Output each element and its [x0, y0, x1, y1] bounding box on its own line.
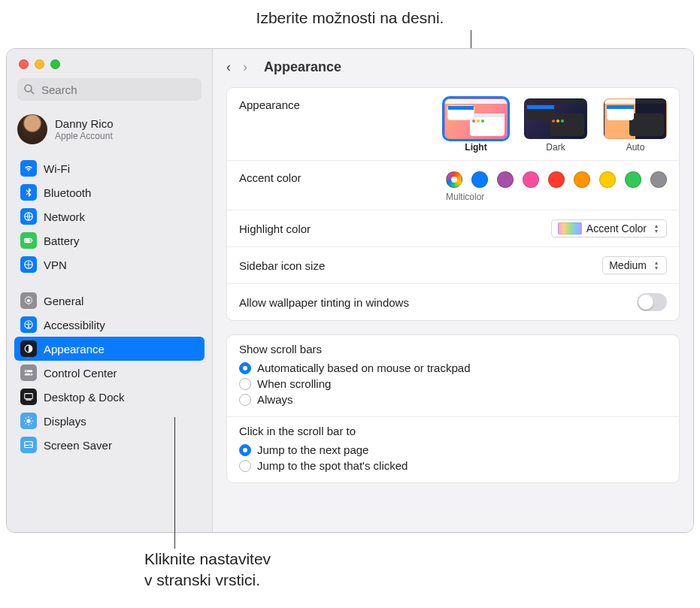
- sidebar-item-appearance[interactable]: Appearance: [14, 337, 205, 361]
- appearance-option-dark[interactable]: [524, 98, 587, 139]
- highlight-label: Highlight color: [239, 222, 311, 235]
- bluetooth-icon: [20, 184, 37, 201]
- svg-point-11: [26, 371, 28, 372]
- accent-swatch-graphite[interactable]: [650, 171, 667, 188]
- minimize-icon[interactable]: [35, 59, 44, 69]
- appearance-icon: [20, 340, 37, 357]
- sidebar-item-label: General: [44, 295, 83, 307]
- click-scroll-title: Click in the scroll bar to: [239, 425, 667, 437]
- control-center-icon: [20, 364, 37, 381]
- sidebar-item-control-center[interactable]: Control Center: [14, 361, 205, 385]
- radio-icon: [239, 378, 251, 390]
- wallpaper-tinting-row: Allow wallpaper tinting in windows: [227, 283, 679, 320]
- radio-label: Jump to the spot that's clicked: [257, 459, 408, 472]
- gear-icon: [20, 292, 37, 309]
- tinting-toggle[interactable]: [637, 293, 667, 311]
- scrollbars-group: Show scroll bars Automatically based on …: [227, 335, 679, 416]
- scrollbars-option-auto[interactable]: Automatically based on mouse or trackpad: [239, 360, 667, 376]
- sidebar-item-accessibility[interactable]: Accessibility: [14, 313, 205, 337]
- sidebar-item-label: Screen Saver: [44, 439, 112, 452]
- sidebar-item-label: Battery: [44, 234, 80, 247]
- sidebar-item-desktop-dock[interactable]: Desktop & Dock: [14, 385, 205, 409]
- svg-point-15: [26, 419, 30, 422]
- appearance-option-label: Dark: [546, 142, 565, 153]
- accent-swatches: [446, 171, 667, 188]
- scrollbars-option-when-scrolling[interactable]: When scrolling: [239, 376, 667, 392]
- highlight-color-row: Highlight color Accent Color ▴▾: [227, 210, 679, 247]
- svg-rect-14: [26, 400, 32, 401]
- callout-top: Izberite možnosti na desni.: [0, 0, 700, 27]
- scrollbars-title: Show scroll bars: [239, 343, 667, 355]
- tinting-label: Allow wallpaper tinting in windows: [239, 296, 409, 309]
- sidebar-item-label: Desktop & Dock: [44, 391, 125, 404]
- sidebar-item-bluetooth[interactable]: Bluetooth: [14, 180, 205, 204]
- click-scroll-group: Click in the scroll bar to Jump to the n…: [227, 416, 679, 482]
- sidebar-item-label: Bluetooth: [44, 186, 91, 199]
- sidebar-group-network: Wi-Fi Bluetooth Network Battery: [7, 155, 212, 278]
- sidebar-item-general[interactable]: General: [14, 289, 205, 313]
- svg-point-5: [27, 299, 30, 302]
- accent-swatch-purple[interactable]: [497, 171, 514, 188]
- radio-label: When scrolling: [257, 377, 331, 390]
- click-scroll-option-next-page[interactable]: Jump to the next page: [239, 442, 667, 458]
- svg-point-7: [28, 322, 29, 323]
- appearance-label: Appearance: [239, 98, 300, 111]
- svg-rect-16: [25, 442, 33, 448]
- back-button[interactable]: ‹: [226, 59, 231, 75]
- page-title: Appearance: [264, 59, 341, 75]
- svg-rect-13: [25, 394, 33, 399]
- radio-label: Always: [257, 393, 293, 406]
- highlight-popup[interactable]: Accent Color ▴▾: [551, 219, 667, 237]
- accent-swatch-orange[interactable]: [574, 171, 590, 188]
- svg-rect-9: [25, 371, 33, 373]
- globe-icon: [20, 208, 37, 225]
- icon-size-value: Medium: [609, 259, 647, 271]
- sidebar-item-label: Wi-Fi: [44, 162, 70, 175]
- sidebar-item-battery[interactable]: Battery: [14, 228, 205, 253]
- account-row[interactable]: Danny Rico Apple Account: [7, 108, 212, 155]
- scrollbars-option-always[interactable]: Always: [239, 392, 667, 407]
- sidebar-item-screen-saver[interactable]: Screen Saver: [14, 433, 205, 457]
- callout-bottom: Kliknite nastavitev v stranski vrstici.: [144, 549, 271, 591]
- content-area: ‹ › Appearance Appearance: [213, 49, 693, 532]
- window-controls: [7, 49, 212, 78]
- accent-swatch-red[interactable]: [548, 171, 565, 188]
- sidebar-item-wifi[interactable]: Wi-Fi: [14, 156, 205, 180]
- accent-swatch-blue[interactable]: [471, 171, 488, 188]
- accent-swatch-multicolor[interactable]: [446, 171, 462, 188]
- sidebar-item-label: Appearance: [44, 343, 105, 355]
- accent-swatch-pink[interactable]: [523, 171, 539, 188]
- desktop-dock-icon: [20, 389, 37, 405]
- chevron-up-down-icon: ▴▾: [651, 261, 662, 271]
- appearance-option-auto[interactable]: [604, 98, 667, 139]
- accent-color-row: Accent color Multicolor: [227, 160, 679, 210]
- sidebar-item-vpn[interactable]: VPN: [14, 253, 205, 277]
- sidebar-group-system: General Accessibility Appearance Control…: [7, 287, 212, 458]
- icon-size-label: Sidebar icon size: [239, 259, 325, 272]
- vpn-icon: [20, 256, 37, 273]
- sidebar-item-label: VPN: [44, 259, 67, 271]
- account-name: Danny Rico: [55, 117, 114, 131]
- appearance-option-light[interactable]: [444, 98, 508, 139]
- click-scroll-option-spot[interactable]: Jump to the spot that's clicked: [239, 458, 667, 473]
- icon-size-popup[interactable]: Medium ▴▾: [602, 256, 667, 274]
- close-icon[interactable]: [19, 59, 29, 69]
- radio-label: Automatically based on mouse or trackpad: [257, 361, 470, 374]
- sidebar-item-label: Network: [44, 210, 85, 223]
- search-input[interactable]: [17, 78, 202, 101]
- svg-rect-2: [32, 240, 32, 242]
- forward-button[interactable]: ›: [243, 59, 247, 75]
- accent-swatch-yellow[interactable]: [599, 171, 616, 188]
- accent-swatch-green[interactable]: [625, 171, 641, 188]
- svg-rect-10: [25, 374, 33, 376]
- radio-icon: [239, 460, 251, 472]
- fullscreen-icon[interactable]: [50, 59, 60, 69]
- accent-label: Accent color: [239, 171, 302, 184]
- avatar: [17, 114, 47, 144]
- sidebar: Danny Rico Apple Account Wi-Fi Bluetooth: [7, 49, 213, 532]
- appearance-previews: Light: [444, 98, 667, 153]
- sidebar-item-displays[interactable]: Displays: [14, 409, 205, 433]
- svg-rect-3: [26, 239, 30, 242]
- sidebar-icon-size-row: Sidebar icon size Medium ▴▾: [227, 247, 679, 283]
- sidebar-item-network[interactable]: Network: [14, 204, 205, 228]
